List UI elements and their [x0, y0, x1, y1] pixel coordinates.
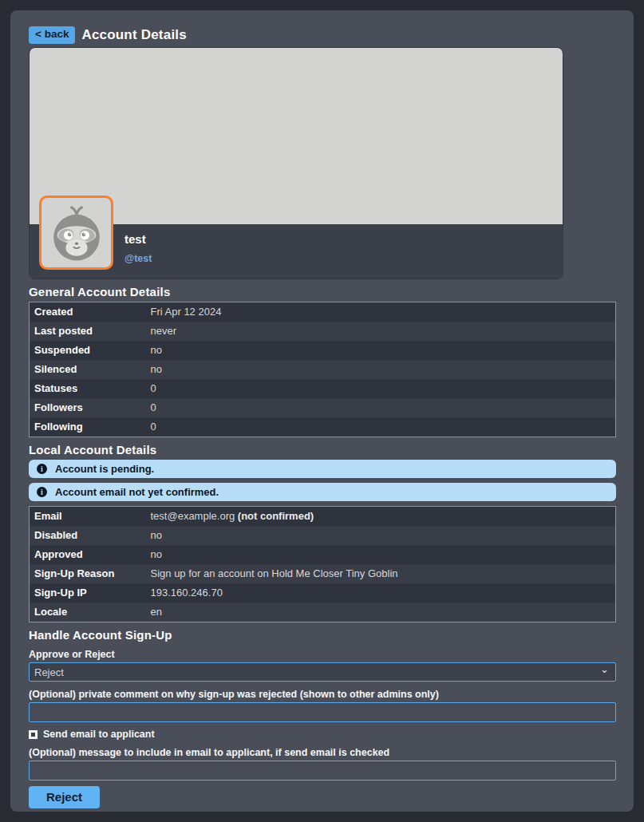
email-message-input[interactable]: [29, 761, 616, 781]
row-label: Suspended: [30, 341, 149, 360]
row-label: Locale: [30, 603, 149, 622]
row-label: Email: [30, 507, 149, 527]
notice-text: Account email not yet confirmed.: [55, 486, 219, 498]
table-row: Disabled no: [30, 526, 616, 545]
account-handle: @test: [124, 253, 152, 264]
row-label: Last posted: [30, 322, 149, 341]
row-value: no: [149, 526, 616, 545]
local-section-title: Local Account Details: [29, 443, 616, 456]
back-button[interactable]: < back: [29, 26, 75, 44]
display-name: test: [124, 232, 152, 246]
row-label: Silenced: [30, 360, 149, 379]
row-value: Fri Apr 12 2024: [149, 302, 616, 322]
private-comment-label: (Optional) private comment on why sign-u…: [29, 689, 616, 700]
profile-name-block: test @test: [124, 232, 152, 264]
row-label: Statuses: [30, 379, 149, 398]
row-value: test@example.org (not confirmed): [149, 507, 616, 527]
signup-section-title: Handle Account Sign-Up: [29, 628, 616, 642]
approve-reject-label: Approve or Reject: [29, 649, 616, 660]
table-row: Locale en: [30, 603, 616, 622]
table-row: Sign-Up IP 193.160.246.70: [30, 583, 616, 603]
table-row: Suspended no: [30, 341, 616, 360]
row-value: no: [149, 341, 616, 360]
table-row: Silenced no: [30, 360, 616, 379]
table-row: Following 0: [30, 417, 616, 437]
row-value: 0: [149, 398, 616, 417]
row-value: Sign up for an account on Hold Me Closer…: [149, 564, 616, 583]
email-message-label: (Optional) message to include in email t…: [29, 747, 616, 758]
avatar: [39, 196, 113, 270]
send-email-row[interactable]: Send email to applicant: [29, 729, 155, 740]
send-email-label: Send email to applicant: [43, 729, 155, 740]
notice-text: Account is pending.: [55, 463, 154, 475]
row-label: Following: [30, 417, 149, 437]
table-row: Sign-Up Reason Sign up for an account on…: [30, 564, 616, 583]
info-icon: [37, 487, 47, 497]
row-label: Followers: [30, 398, 149, 417]
row-label: Sign-Up IP: [30, 583, 149, 603]
info-icon: [37, 464, 47, 474]
row-label: Sign-Up Reason: [30, 564, 149, 583]
table-row: Email test@example.org (not confirmed): [30, 507, 616, 527]
table-row: Created Fri Apr 12 2024: [30, 302, 616, 322]
row-value: no: [149, 545, 616, 564]
notice-banner: Account is pending.: [29, 460, 616, 478]
row-label: Approved: [30, 545, 149, 564]
profile-card: test @test: [29, 47, 563, 279]
local-details-table: Email test@example.org (not confirmed) D…: [29, 506, 616, 622]
row-value: 193.160.246.70: [149, 583, 616, 603]
row-label: Disabled: [30, 526, 149, 545]
account-details-panel: < back Account Details: [10, 10, 634, 812]
row-value: 0: [149, 379, 616, 398]
general-section-title: General Account Details: [29, 285, 616, 298]
table-row: Last posted never: [30, 322, 616, 341]
general-details-table: Created Fri Apr 12 2024 Last posted neve…: [29, 302, 616, 437]
approve-reject-select[interactable]: Reject: [29, 662, 616, 682]
row-value: never: [149, 322, 616, 341]
sloth-mascot-icon: [45, 201, 109, 265]
notice-banner: Account email not yet confirmed.: [29, 483, 616, 501]
table-row: Followers 0: [30, 398, 616, 417]
approve-reject-select-wrap: Reject ⌄: [29, 662, 616, 682]
table-row: Approved no: [30, 545, 616, 564]
send-email-checkbox[interactable]: [29, 730, 38, 739]
table-row: Statuses 0: [30, 379, 616, 398]
private-comment-input[interactable]: [29, 702, 616, 722]
row-value: no: [149, 360, 616, 379]
reject-submit-button[interactable]: Reject: [29, 786, 100, 808]
page-title: Account Details: [81, 27, 186, 43]
row-value: 0: [149, 417, 616, 437]
row-value: en: [149, 603, 616, 622]
row-label: Created: [30, 302, 149, 322]
page-header: < back Account Details: [29, 26, 616, 44]
